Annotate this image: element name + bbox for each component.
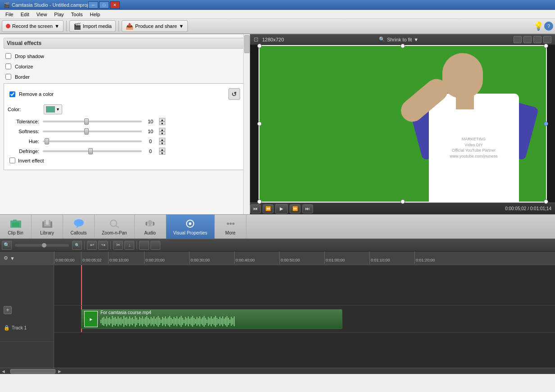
drop-shadow-checkbox[interactable] [5,53,11,59]
tl-btn-undo[interactable]: ↩ [87,241,97,250]
border-checkbox[interactable] [5,74,11,80]
preview-ctrl-3[interactable] [533,36,541,43]
handle-bl[interactable] [257,199,262,204]
tolerance-thumb[interactable] [84,118,89,125]
tl-btn-redo[interactable]: ↪ [98,241,108,250]
search-btn[interactable]: 🔍 [2,241,12,250]
toolbar: Record the screen ▼ 🎬 Import media 📤 Pro… [0,19,555,34]
scroll-left-btn[interactable]: ◄ [1,369,6,374]
softness-up[interactable]: ▲ [159,128,165,131]
softness-track[interactable] [43,131,142,132]
zoom-thumb[interactable] [42,243,46,248]
menu-edit[interactable]: Edit [17,11,33,18]
defringe-down[interactable]: ▼ [159,151,165,155]
svg-rect-37 [125,318,126,325]
preview-ctrl-4[interactable] [543,36,551,43]
color-picker-btn[interactable]: ▼ [44,104,62,114]
clip-block[interactable]: ▶ For camtasia course.mp4 [81,309,342,329]
softness-down[interactable]: ▼ [159,131,165,135]
svg-rect-72 [175,318,176,324]
invert-checkbox[interactable] [9,158,15,163]
defringe-up[interactable]: ▲ [159,148,165,151]
h-scroll-thumb[interactable] [10,369,55,374]
handle-tc[interactable] [400,44,405,48]
preview-ctrl-2[interactable] [523,36,532,43]
tl-btn-cut[interactable]: ✂ [113,241,123,250]
svg-rect-76 [181,316,182,327]
import-btn[interactable]: 🎬 Import media [69,20,116,32]
tl-btn-2[interactable] [150,241,160,250]
tab-zoom-n-pan[interactable]: Zoom-n-Pan [95,215,135,239]
zoom-control[interactable]: 🔍 Shrink to fit ▼ [379,36,419,42]
hue-thumb[interactable] [45,138,49,144]
tolerance-up[interactable]: ▲ [159,118,165,122]
tab-more[interactable]: More [215,215,246,239]
tolerance-down[interactable]: ▼ [159,122,165,125]
tolerance-spinner[interactable]: ▲ ▼ [159,118,165,125]
defringe-spinner[interactable]: ▲ ▼ [159,148,165,155]
fast-forward-btn[interactable]: ⏩ [290,204,300,213]
tab-clip-bin[interactable]: Clip Bin [0,215,32,239]
preview-ctrl-1[interactable] [514,36,522,43]
handle-bc[interactable] [400,199,405,204]
handle-tr[interactable] [544,44,548,48]
tolerance-label: Tolerance: [8,119,39,124]
scroll-right-btn[interactable]: ► [57,369,62,374]
add-track-btn[interactable]: + [4,306,12,314]
effects-panel: Visual effects Drop shadow Colorize Bord… [0,34,250,214]
tolerance-track[interactable] [43,121,142,122]
tab-audio[interactable]: Audio [135,215,166,239]
svg-rect-60 [158,316,159,327]
hue-down[interactable]: ▼ [159,141,165,145]
menu-help[interactable]: Help [86,11,104,18]
tab-visual-properties[interactable]: Visual Properties [166,215,215,239]
softness-thumb[interactable] [84,128,89,135]
tab-callouts[interactable]: Callouts [63,215,95,239]
zoom-slider[interactable] [15,244,69,247]
menu-file[interactable]: File [2,11,17,18]
menu-view[interactable]: View [33,11,51,18]
tab-library[interactable]: Library [32,215,63,239]
svg-rect-38 [126,317,127,326]
skip-to-end-btn[interactable]: ⏭ [302,204,313,213]
h-scrollbar[interactable]: ◄ ► [0,368,555,374]
hue-spinner[interactable]: ▲ ▼ [159,138,165,145]
handle-tl[interactable] [257,44,262,48]
maximize-btn[interactable]: □ [99,1,109,9]
hue-up[interactable]: ▲ [159,138,165,141]
handle-ml[interactable] [257,122,262,126]
preview-canvas: MARKETINGVideo DIYOfficial YouTube Partn… [250,45,555,203]
tl-btn-split[interactable]: ⟂ [124,241,134,250]
svg-rect-40 [129,316,130,326]
hue-track[interactable] [43,140,142,142]
softness-spinner[interactable]: ▲ ▼ [159,128,165,135]
reset-btn[interactable]: ↺ [228,88,240,100]
menu-tools[interactable]: Tools [68,11,86,18]
scrollbar-thumb[interactable] [244,35,250,53]
produce-btn[interactable]: 📤 Produce and share ▼ [122,20,188,32]
svg-rect-68 [169,316,170,327]
record-btn[interactable]: Record the screen ▼ [2,20,64,32]
menu-play[interactable]: Play [50,11,67,18]
panel-scrollbar[interactable] [243,34,250,214]
close-btn[interactable]: ✕ [110,1,120,9]
svg-rect-97 [211,316,212,326]
remove-color-checkbox[interactable] [9,91,15,97]
handle-mr[interactable] [544,122,548,126]
svg-rect-21 [102,318,103,325]
handle-br[interactable] [544,199,548,204]
tolerance-value: 10 [144,119,157,124]
colorize-checkbox[interactable] [5,63,11,69]
defringe-thumb[interactable] [88,148,93,154]
svg-rect-74 [178,319,179,324]
track-settings-btn[interactable]: ⚙ ▼ [4,255,15,261]
track-1-name: Track 1 [12,325,27,330]
minimize-btn[interactable]: ─ [88,1,98,9]
defringe-track[interactable] [43,150,142,152]
tl-btn-1[interactable] [139,241,149,250]
rewind-btn[interactable]: ⏪ [263,204,273,213]
skip-to-start-btn[interactable]: ⏮ [250,204,261,213]
tl-btn-search[interactable]: 🔍 [72,241,82,250]
play-pause-btn[interactable]: ▶ [275,204,288,214]
svg-rect-46 [138,320,139,323]
